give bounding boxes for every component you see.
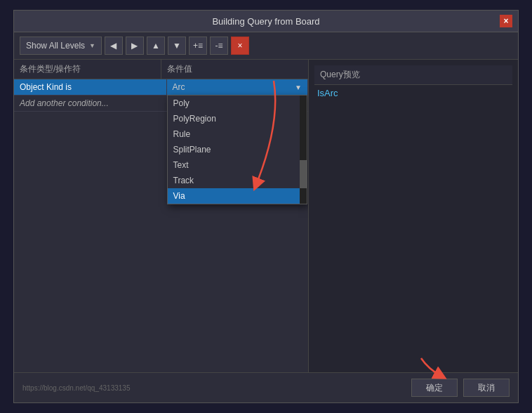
delete-icon: × xyxy=(237,41,242,51)
delete-button[interactable]: × xyxy=(231,37,249,55)
footer-url: https://blog.csdn.net/qq_43133135 xyxy=(22,384,130,392)
remove-indent-button[interactable]: -≡ xyxy=(210,37,228,55)
query-preview-header-label: Query预览 xyxy=(314,65,366,84)
dropdown-item-text[interactable]: Text xyxy=(168,157,307,173)
remove-indent-icon: -≡ xyxy=(215,41,222,51)
dropdown-item-splitplane[interactable]: SplitPlane xyxy=(168,142,307,157)
up-arrow-icon: ▲ xyxy=(152,41,160,51)
dropdown-item-rule[interactable]: Rule xyxy=(168,126,307,142)
close-button[interactable]: × xyxy=(500,15,512,27)
dropdown-item-polyregion[interactable]: PolyRegion xyxy=(168,111,307,126)
query-preview-header: Query预览 xyxy=(314,65,512,85)
toolbar: Show All Levels ◀ ▶ ▲ ▼ +≡ -≡ × xyxy=(14,32,518,60)
move-right-button[interactable]: ▶ xyxy=(126,37,144,55)
dropdown-item-poly[interactable]: Poly xyxy=(168,96,307,111)
add-indent-button[interactable]: +≡ xyxy=(189,37,207,55)
dropdown-arrow-icon: ▼ xyxy=(295,84,302,91)
right-arrow-icon: ▶ xyxy=(131,41,138,51)
right-panel: Query预览 IsArc xyxy=(309,60,518,372)
add-indent-icon: +≡ xyxy=(193,41,203,51)
value-display[interactable]: Arc ▼ xyxy=(167,79,308,95)
down-arrow-icon: ▼ xyxy=(173,41,181,51)
confirm-button[interactable]: 确定 xyxy=(411,379,458,397)
scrollbar-track xyxy=(300,96,307,204)
selected-value: Arc xyxy=(173,82,185,92)
cancel-button[interactable]: 取消 xyxy=(463,379,510,397)
table-row: Object Kind is Arc ▼ Poly PolyRegion Rul… xyxy=(14,79,308,96)
dialog-title: Building Query from Board xyxy=(32,16,500,27)
show-all-levels-dropdown[interactable]: Show All Levels xyxy=(20,37,102,55)
dropdown-item-via[interactable]: Via xyxy=(168,188,307,204)
move-up-button[interactable]: ▲ xyxy=(147,37,165,55)
move-left-button[interactable]: ◀ xyxy=(105,37,123,55)
col2-header: 条件值 xyxy=(161,60,308,79)
query-preview-text: IsArc xyxy=(314,85,512,101)
col1-header: 条件类型/操作符 xyxy=(14,60,161,79)
main-dialog: Building Query from Board × Show All Lev… xyxy=(13,10,519,403)
condition-value-cell[interactable]: Arc ▼ Poly PolyRegion Rule SplitPlane Te… xyxy=(167,79,309,95)
scrollbar-thumb[interactable] xyxy=(300,160,307,188)
add-condition-label[interactable]: Add another condition... xyxy=(14,96,114,111)
condition-type-cell[interactable]: Object Kind is xyxy=(14,79,167,95)
dropdown-item-track[interactable]: Track xyxy=(168,173,307,188)
table-area: Object Kind is Arc ▼ Poly PolyRegion Rul… xyxy=(14,79,308,372)
title-bar: Building Query from Board × xyxy=(14,11,518,32)
left-panel: 条件类型/操作符 条件值 Object Kind is Arc ▼ Pol xyxy=(14,60,309,372)
left-arrow-icon: ◀ xyxy=(110,41,117,51)
footer: https://blog.csdn.net/qq_43133135 确定 取消 xyxy=(14,372,518,402)
footer-buttons: 确定 取消 xyxy=(411,379,510,397)
move-down-button[interactable]: ▼ xyxy=(168,37,186,55)
panel-headers: 条件类型/操作符 条件值 xyxy=(14,60,308,79)
main-content: 条件类型/操作符 条件值 Object Kind is Arc ▼ Pol xyxy=(14,60,518,372)
dropdown-list: Poly PolyRegion Rule SplitPlane Text Tra… xyxy=(167,95,308,204)
